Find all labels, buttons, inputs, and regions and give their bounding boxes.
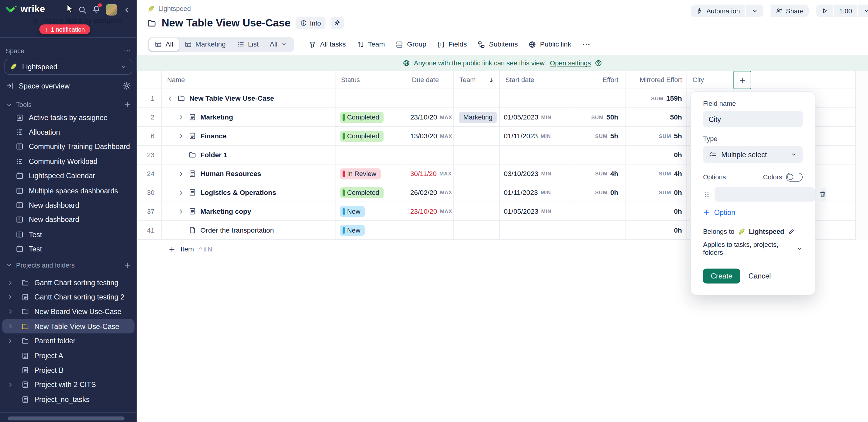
sidebar-project-item[interactable]: Gantt Chart sorting testing 2 bbox=[2, 290, 134, 304]
wrike-logo[interactable]: wrike bbox=[5, 4, 45, 15]
status-cell[interactable]: In Review bbox=[336, 164, 406, 183]
due-date-cell[interactable]: 23/10/20MAX bbox=[406, 202, 454, 221]
sidebar-item-space-overview[interactable]: Space overview bbox=[0, 79, 137, 92]
effort-cell[interactable] bbox=[576, 221, 626, 240]
start-date-cell[interactable]: 01/11/2023MIN bbox=[500, 127, 576, 146]
sidebar-project-item[interactable]: Project with 2 CITS bbox=[2, 378, 134, 392]
column-header-city[interactable]: City bbox=[687, 71, 733, 89]
due-date-cell[interactable]: 13/03/20MAX bbox=[406, 127, 454, 146]
start-date-cell[interactable] bbox=[500, 146, 576, 164]
mirrored-effort-cell[interactable]: SUM5h bbox=[626, 127, 687, 146]
toolbar-button-public-link[interactable]: Public link bbox=[529, 40, 571, 48]
sort-desc-icon[interactable] bbox=[488, 76, 495, 83]
start-date-cell[interactable] bbox=[500, 89, 576, 108]
sidebar-tool-item[interactable]: Community Training Dashboard bbox=[0, 140, 137, 154]
team-cell[interactable] bbox=[454, 164, 500, 183]
status-cell[interactable]: New bbox=[336, 221, 406, 240]
column-header-mirrored-effort[interactable]: Mirrored Effort bbox=[626, 71, 687, 89]
name-cell[interactable]: Order the transportation bbox=[162, 221, 336, 240]
toolbar-button-all-tasks[interactable]: All tasks bbox=[308, 40, 346, 48]
status-badge[interactable]: Completed bbox=[340, 130, 383, 141]
name-cell[interactable]: Finance bbox=[162, 127, 336, 146]
info-button[interactable]: Info bbox=[296, 17, 325, 29]
chev-right-icon[interactable] bbox=[177, 170, 185, 178]
status-cell[interactable]: New bbox=[336, 202, 406, 221]
toolbar-button-fields[interactable]: Fields bbox=[437, 40, 467, 48]
start-date-cell[interactable] bbox=[500, 221, 576, 240]
status-badge[interactable]: New bbox=[340, 225, 365, 236]
create-button[interactable]: Create bbox=[703, 268, 740, 283]
chev-right-icon[interactable] bbox=[7, 381, 14, 389]
sidebar-tool-item[interactable]: Allocation bbox=[0, 125, 137, 140]
team-cell[interactable] bbox=[454, 183, 500, 202]
name-cell[interactable]: Folder 1 bbox=[162, 146, 336, 164]
notification-pill[interactable]: ↑ 1 notification bbox=[39, 24, 90, 34]
applies-to-dropdown[interactable]: Applies to tasks, projects, folders bbox=[703, 241, 803, 256]
mirrored-effort-cell[interactable]: SUM4h bbox=[626, 164, 687, 183]
column-header-team[interactable]: Team bbox=[454, 71, 500, 89]
due-date-cell[interactable]: 30/11/20MAX bbox=[406, 164, 454, 183]
team-cell[interactable] bbox=[454, 127, 500, 146]
chev-right-icon[interactable] bbox=[7, 308, 14, 315]
sidebar-project-item[interactable]: Parent folder bbox=[2, 334, 134, 348]
chev-right-icon[interactable] bbox=[177, 188, 185, 197]
mirrored-effort-cell[interactable]: SUM159h bbox=[626, 89, 687, 108]
view-tab-dropdown[interactable]: All bbox=[264, 38, 293, 51]
sidebar-tool-item[interactable]: New dashboard bbox=[0, 213, 137, 227]
team-cell[interactable] bbox=[454, 221, 500, 240]
sidebar-tool-item[interactable]: Lightspeed Calendar bbox=[0, 169, 137, 183]
type-select[interactable]: Multiple select bbox=[703, 146, 803, 163]
team-cell[interactable] bbox=[454, 146, 500, 164]
column-header-start-date[interactable]: Start date bbox=[500, 71, 576, 89]
pin-button[interactable] bbox=[330, 17, 344, 29]
sidebar-tool-item[interactable]: Active tasks by assignee bbox=[0, 110, 137, 125]
notifications-button[interactable] bbox=[92, 4, 101, 15]
mirrored-effort-cell[interactable]: 0h bbox=[626, 202, 687, 221]
status-badge[interactable]: Completed bbox=[340, 187, 383, 198]
cancel-button[interactable]: Cancel bbox=[749, 272, 771, 280]
sidebar-project-item[interactable]: New Table View Use-Case bbox=[2, 319, 134, 334]
effort-cell[interactable]: SUM0h bbox=[576, 183, 626, 202]
name-cell[interactable]: Marketing bbox=[162, 108, 336, 127]
column-header-due-date[interactable]: Due date bbox=[406, 71, 454, 89]
sidebar-project-item[interactable]: Project A bbox=[2, 348, 134, 363]
gear-icon[interactable] bbox=[122, 82, 131, 90]
space-more-icon[interactable] bbox=[123, 47, 131, 55]
effort-cell[interactable] bbox=[576, 202, 626, 221]
sidebar-tool-item[interactable]: New dashboard bbox=[0, 198, 137, 213]
add-option-button[interactable]: Option bbox=[703, 208, 803, 216]
status-cell[interactable] bbox=[336, 89, 406, 108]
chev-right-icon[interactable] bbox=[177, 113, 185, 121]
effort-cell[interactable] bbox=[576, 146, 626, 164]
start-date-cell[interactable]: 01/05/2023MIN bbox=[500, 108, 576, 127]
tools-collapse-icon[interactable] bbox=[5, 101, 13, 108]
due-date-cell[interactable] bbox=[406, 221, 454, 240]
open-settings-link[interactable]: Open settings bbox=[550, 59, 591, 67]
sidebar-project-item[interactable]: New Board View Use-Case bbox=[2, 304, 134, 319]
status-cell[interactable]: Completed bbox=[336, 183, 406, 202]
team-cell[interactable]: Marketing bbox=[454, 108, 500, 127]
sidebar-horizontal-scrollbar[interactable] bbox=[8, 417, 124, 420]
effort-cell[interactable]: SUM50h bbox=[576, 108, 626, 127]
sidebar-project-item[interactable]: Gantt Chart sorting testing bbox=[2, 275, 134, 290]
effort-cell[interactable]: SUM5h bbox=[576, 127, 626, 146]
mirrored-effort-cell[interactable]: 0h bbox=[626, 146, 687, 164]
toolbar-button-team[interactable]: Team bbox=[356, 40, 385, 48]
timer-dropdown[interactable] bbox=[858, 5, 868, 17]
automation-button[interactable]: Automation bbox=[691, 5, 745, 17]
toolbar-button-subitems[interactable]: Subitems bbox=[477, 40, 518, 48]
field-name-input[interactable] bbox=[703, 111, 803, 127]
view-tab-list[interactable]: List bbox=[231, 38, 264, 51]
mirrored-effort-cell[interactable]: 0h bbox=[626, 221, 687, 240]
sidebar-tool-item[interactable]: Community Workload bbox=[0, 154, 137, 169]
sidebar-tool-item[interactable]: Test bbox=[0, 227, 137, 242]
chev-right-icon[interactable] bbox=[7, 323, 14, 330]
start-date-cell[interactable]: 01/11/2023MIN bbox=[500, 183, 576, 202]
team-cell[interactable] bbox=[454, 202, 500, 221]
add-tool-icon[interactable] bbox=[123, 101, 131, 109]
status-badge[interactable]: In Review bbox=[340, 168, 380, 179]
column-header-status[interactable]: Status bbox=[336, 71, 406, 89]
user-avatar[interactable] bbox=[106, 4, 117, 16]
chev-left-icon[interactable] bbox=[166, 95, 174, 102]
view-tab-all[interactable]: All bbox=[149, 38, 179, 51]
